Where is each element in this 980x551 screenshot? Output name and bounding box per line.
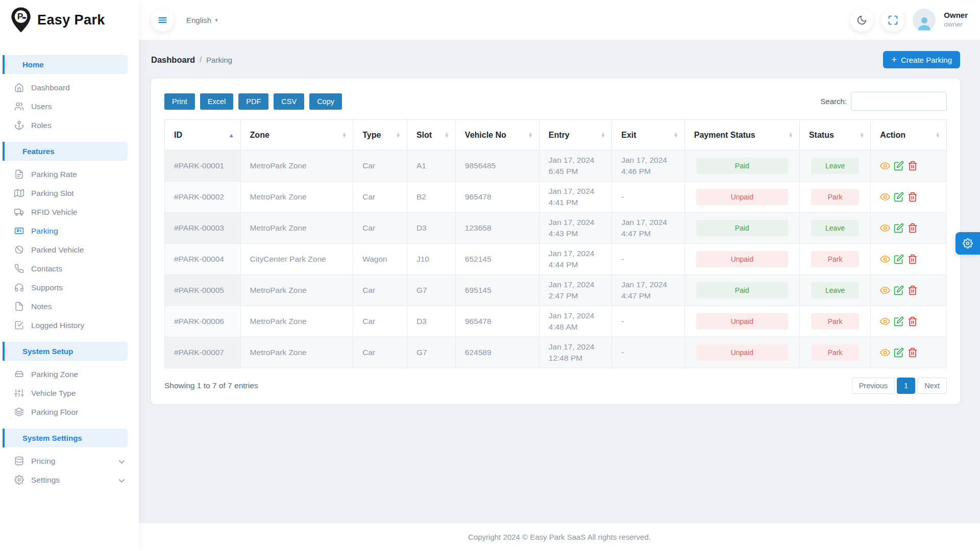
brand-logo[interactable]: P Easy Park [0, 0, 139, 40]
sidebar-item-logged-history[interactable]: Logged History [0, 316, 139, 335]
delete-button[interactable] [908, 192, 918, 202]
edit-button[interactable] [894, 347, 904, 358]
table-row: #PARK-00006MetroPark ZoneCarD3965478Jan … [165, 306, 947, 337]
column-header-action[interactable]: Action▲▼ [871, 120, 947, 151]
copyright-text: Copyright 2024 © Easy Park SaaS All righ… [468, 533, 651, 541]
column-header-exit[interactable]: Exit▲▼ [612, 120, 684, 151]
column-header-vehicle-no[interactable]: Vehicle No▲▼ [455, 120, 539, 151]
cell-exit: Jan 17, 20244:47 PM [612, 213, 684, 244]
cell-entry: Jan 17, 20244:43 PM [539, 213, 611, 244]
sidebar-item-roles[interactable]: Roles [0, 116, 139, 135]
view-button[interactable] [880, 223, 890, 233]
edit-button[interactable] [894, 254, 904, 264]
delete-button[interactable] [908, 316, 918, 327]
cell-slot: G7 [407, 275, 455, 306]
status-badge: Leave [811, 282, 859, 298]
view-button[interactable] [880, 254, 890, 264]
edit-button[interactable] [894, 316, 904, 327]
payment-status-badge: Paid [696, 220, 788, 236]
copy-export-button[interactable]: Copy [309, 93, 342, 110]
sidebar-item-settings[interactable]: Settings [0, 470, 139, 489]
cell-zone: MetroPark Zone [240, 275, 353, 306]
sidebar-item-dashboard[interactable]: Dashboard [0, 78, 139, 97]
edit-pencil-icon [894, 285, 904, 295]
parking-table-card: PrintExcelPDFCSVCopy Search: ID▲Zone▲▼Ty… [151, 79, 960, 404]
sidebar-item-label: Users [31, 102, 52, 111]
cell-type: Wagon [353, 244, 407, 275]
avatar[interactable] [913, 9, 936, 32]
svg-text:P: P [17, 11, 23, 21]
theme-settings-button[interactable] [955, 232, 980, 255]
pagination-next-button[interactable]: Next [917, 378, 947, 394]
edit-pencil-icon [894, 161, 904, 171]
edit-button[interactable] [894, 285, 904, 295]
sidebar-item-notes[interactable]: Notes [0, 297, 139, 316]
menu-toggle-button[interactable] [151, 9, 174, 32]
excel-export-button[interactable]: Excel [200, 93, 233, 110]
column-header-entry[interactable]: Entry▲▼ [539, 120, 611, 151]
delete-trash-icon [908, 285, 918, 295]
sidebar-item-rfid-vehicle[interactable]: RFID Vehicle [0, 203, 139, 221]
cell-vehicle-no: 965478 [455, 306, 539, 337]
delete-button[interactable] [908, 161, 918, 171]
sidebar-item-parking-zone[interactable]: Parking Zone [0, 365, 139, 384]
delete-button[interactable] [908, 254, 918, 264]
moon-icon [856, 15, 867, 26]
column-header-status[interactable]: Status▲▼ [799, 120, 870, 151]
page-content: Dashboard / Parking + Create Parking Pri… [139, 40, 980, 523]
search-input[interactable] [851, 92, 947, 111]
fullscreen-button[interactable] [881, 9, 904, 32]
pagination-page-1[interactable]: 1 [897, 378, 915, 394]
cell-status: Park [799, 306, 870, 337]
print-export-button[interactable]: Print [164, 93, 195, 110]
delete-button[interactable] [908, 347, 918, 358]
edit-button[interactable] [894, 161, 904, 171]
payment-status-badge: Unpaid [696, 189, 788, 205]
sidebar-item-parking-rate[interactable]: Parking Rate [0, 165, 139, 184]
cell-exit: - [612, 182, 684, 213]
view-button[interactable] [880, 285, 890, 295]
pagination-previous-button[interactable]: Previous [852, 378, 895, 394]
sidebar-item-parking-slot[interactable]: Parking Slot [0, 184, 139, 203]
view-button[interactable] [880, 347, 890, 358]
column-header-payment-status[interactable]: Payment Status▲▼ [684, 120, 799, 151]
sidebar-item-contacts[interactable]: Contacts [0, 259, 139, 278]
delete-trash-icon [908, 316, 918, 327]
sidebar-item-supports[interactable]: Supports [0, 278, 139, 297]
breadcrumb-root[interactable]: Dashboard [151, 55, 195, 65]
sidebar-item-label: Vehicle Type [31, 389, 76, 398]
column-header-zone[interactable]: Zone▲▼ [240, 120, 353, 151]
pdf-export-button[interactable]: PDF [238, 93, 268, 110]
sort-icon: ▲▼ [601, 132, 605, 138]
column-header-id[interactable]: ID▲ [165, 120, 241, 151]
create-parking-button[interactable]: + Create Parking [883, 51, 960, 68]
cell-id: #PARK-00001 [165, 151, 241, 182]
edit-button[interactable] [894, 192, 904, 202]
csv-export-button[interactable]: CSV [274, 93, 304, 110]
edit-button[interactable] [894, 223, 904, 233]
delete-button[interactable] [908, 223, 918, 233]
view-button[interactable] [880, 192, 890, 202]
layers-icon [14, 407, 24, 417]
cell-slot: J10 [407, 244, 455, 275]
cell-status: Leave [799, 213, 870, 244]
column-header-slot[interactable]: Slot▲▼ [407, 120, 455, 151]
column-header-type[interactable]: Type▲▼ [353, 120, 407, 151]
view-button[interactable] [880, 161, 890, 171]
delete-button[interactable] [908, 285, 918, 295]
cell-action [871, 182, 947, 213]
truck-icon [14, 207, 24, 217]
sidebar-item-vehicle-type[interactable]: Vehicle Type [0, 384, 139, 403]
footer: Copyright 2024 © Easy Park SaaS All righ… [139, 523, 980, 551]
sidebar-item-parking-floor[interactable]: Parking Floor [0, 403, 139, 421]
user-role: owner [944, 20, 968, 29]
dark-mode-button[interactable] [850, 9, 873, 32]
edit-pencil-icon [894, 192, 904, 202]
sidebar-item-users[interactable]: Users [0, 97, 139, 116]
sidebar-item-label: Parking [31, 227, 58, 236]
language-selector[interactable]: English ▾ [186, 16, 218, 24]
sidebar-item-parked-vehicle[interactable]: Parked Vehicle [0, 240, 139, 259]
sidebar-item-pricing[interactable]: Pricing [0, 452, 139, 470]
sidebar-item-parking[interactable]: Parking [0, 221, 139, 240]
view-button[interactable] [880, 316, 890, 327]
